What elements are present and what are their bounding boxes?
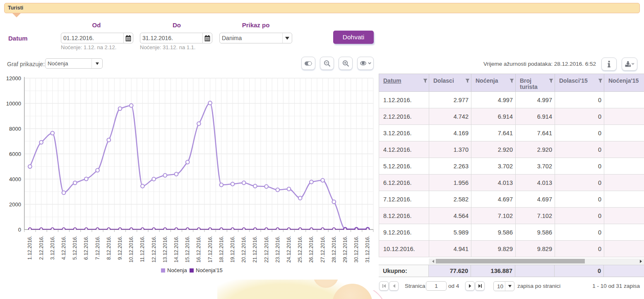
svg-text:17.12.2016.: 17.12.2016. [207,236,213,263]
svg-text:21.12.2016.: 21.12.2016. [252,236,258,263]
svg-text:11.12.2016.: 11.12.2016. [139,236,145,262]
svg-text:16.12.2016.: 16.12.2016. [196,236,202,263]
svg-text:7.12.2016.: 7.12.2016. [95,236,101,260]
svg-text:4.12.2016.: 4.12.2016. [61,236,67,260]
svg-text:12000: 12000 [6,75,21,81]
svg-text:5.12.2016.: 5.12.2016. [72,236,78,260]
svg-text:2.12.2016.: 2.12.2016. [38,236,44,260]
svg-text:9.12.2016.: 9.12.2016. [117,236,123,260]
svg-text:29.12.2016.: 29.12.2016. [342,236,348,263]
svg-text:23.12.2016.: 23.12.2016. [275,236,281,263]
svg-text:Noćenja: Noćenja [167,267,187,273]
svg-text:27.12.2016.: 27.12.2016. [320,236,326,263]
svg-text:12.12.2016.: 12.12.2016. [151,236,157,263]
svg-text:8.12.2016.: 8.12.2016. [106,236,112,260]
svg-text:10.12.2016.: 10.12.2016. [128,236,134,263]
svg-text:19.12.2016.: 19.12.2016. [230,236,235,263]
svg-text:0: 0 [18,227,21,233]
svg-text:22.12.2016.: 22.12.2016. [264,236,269,263]
svg-text:4000: 4000 [9,176,21,182]
svg-text:25.12.2016.: 25.12.2016. [297,236,303,263]
svg-text:6.12.2016.: 6.12.2016. [83,236,89,260]
svg-text:26.12.2016.: 26.12.2016. [308,236,314,263]
svg-text:15.12.2016.: 15.12.2016. [185,236,190,263]
svg-text:14.12.2016.: 14.12.2016. [173,236,179,263]
svg-text:6000: 6000 [9,151,21,157]
svg-text:30.12.2016.: 30.12.2016. [353,236,359,263]
svg-text:10000: 10000 [6,100,21,107]
svg-text:24.12.2016.: 24.12.2016. [286,236,292,263]
svg-text:13.12.2016.: 13.12.2016. [162,236,168,263]
svg-text:1.12.2016.: 1.12.2016. [27,236,33,260]
svg-text:Noćenja'15: Noćenja'15 [196,267,223,273]
svg-text:18.12.2016.: 18.12.2016. [219,236,224,263]
svg-text:31.12.2016.: 31.12.2016. [365,236,370,263]
svg-text:28.12.2016.: 28.12.2016. [331,236,337,263]
svg-text:20.12.2016.: 20.12.2016. [241,236,247,263]
svg-text:2000: 2000 [9,201,21,208]
svg-text:3.12.2016.: 3.12.2016. [50,236,55,260]
svg-text:8000: 8000 [9,126,21,132]
